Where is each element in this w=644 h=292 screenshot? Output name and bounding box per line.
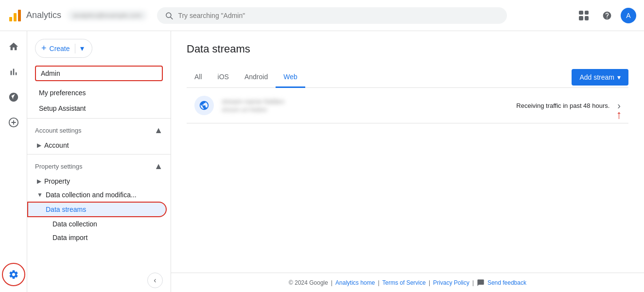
admin-item[interactable]: Admin — [35, 66, 163, 81]
nav-explore-button[interactable] — [2, 86, 25, 109]
create-divider — [75, 44, 75, 53]
footer-copyright: © 2024 Google — [289, 279, 328, 286]
main-content: Data streams All iOS Android Web Add str… — [171, 31, 644, 292]
svg-line-4 — [171, 17, 173, 19]
collapse-arrow-button[interactable]: ‹ — [147, 273, 163, 288]
home-icon — [8, 41, 19, 52]
sidebar-divider-1 — [27, 118, 171, 119]
nav-settings-button[interactable] — [2, 263, 25, 286]
data-collection-tri-icon: ▼ — [37, 191, 43, 198]
feedback-icon — [477, 279, 485, 287]
nav-advertising-button[interactable] — [2, 111, 25, 134]
bar-chart-icon — [8, 67, 19, 77]
svg-rect-2 — [18, 10, 21, 21]
logo-area: Analytics — [8, 8, 61, 23]
search-box[interactable] — [157, 7, 507, 24]
content-area: Data streams All iOS Android Web Add str… — [171, 31, 644, 273]
search-area — [157, 7, 507, 24]
explore-icon — [8, 92, 19, 103]
icon-strip — [0, 31, 27, 292]
footer-separator-2: | — [429, 279, 430, 286]
footer-feedback-link[interactable]: Send feedback — [487, 279, 526, 286]
footer-separator-1: | — [378, 279, 379, 286]
account-settings-section: Account settings ▲ — [27, 120, 171, 138]
add-stream-arrow-icon: ▾ — [617, 73, 621, 81]
sidebar-divider-2 — [27, 154, 171, 155]
account-tri-icon: ▶ — [37, 142, 41, 149]
apps-grid-icon — [579, 11, 589, 20]
create-label: Create — [50, 45, 70, 52]
account-chip[interactable]: analytics@example.com — [67, 10, 147, 21]
topbar: Analytics analytics@example.com A — [0, 0, 644, 31]
property-settings-label: Property settings — [35, 163, 83, 170]
footer-separator-3: | — [472, 279, 474, 286]
property-settings-chevron[interactable]: ▲ — [154, 161, 163, 172]
property-tri-icon: ▶ — [37, 178, 41, 185]
stream-list: stream-name-hidden stream-url-hidden Rec… — [187, 88, 628, 123]
property-settings-section: Property settings ▲ — [27, 156, 171, 174]
stream-info: stream-name-hidden stream-url-hidden — [222, 98, 508, 113]
property-item[interactable]: ▶ Property — [27, 174, 171, 188]
svg-rect-1 — [14, 13, 17, 21]
data-import-item[interactable]: Data import — [27, 231, 167, 244]
help-icon — [602, 11, 612, 20]
advertising-icon — [8, 117, 19, 128]
sidebar: + Create ▾ Admin My preferences Setup As… — [27, 31, 171, 292]
help-button[interactable] — [597, 6, 617, 25]
footer-separator-0: | — [331, 279, 332, 286]
footer-terms-link[interactable]: Terms of Service — [383, 279, 426, 286]
icon-strip-bottom — [2, 263, 25, 292]
page-title: Data streams — [187, 43, 628, 55]
account-item[interactable]: ▶ Account — [27, 138, 171, 152]
create-arrow-icon: ▾ — [80, 44, 84, 53]
search-input[interactable] — [178, 12, 499, 19]
tab-web[interactable]: Web — [276, 67, 305, 88]
footer-privacy-link[interactable]: Privacy Policy — [433, 279, 470, 286]
nav-home-button[interactable] — [2, 35, 25, 58]
my-preferences-item[interactable]: My preferences — [27, 85, 171, 101]
avatar[interactable]: A — [621, 8, 636, 23]
nav-reports-button[interactable] — [2, 60, 25, 84]
data-streams-item[interactable]: Data streams — [27, 202, 167, 217]
account-settings-label: Account settings — [35, 127, 81, 134]
setup-assistant-item[interactable]: Setup Assistant — [27, 101, 171, 116]
tab-android[interactable]: Android — [237, 67, 276, 88]
tabs-left: All iOS Android Web — [187, 67, 305, 87]
topbar-actions: A — [574, 6, 636, 25]
stream-status: Receiving traffic in past 48 hours. — [516, 102, 609, 109]
add-stream-button[interactable]: Add stream ▾ — [572, 69, 628, 86]
search-icon — [165, 11, 173, 20]
main-layout: + Create ▾ Admin My preferences Setup As… — [0, 31, 644, 292]
analytics-logo-icon — [8, 8, 22, 23]
apps-button[interactable] — [574, 6, 593, 25]
account-settings-chevron[interactable]: ▲ — [154, 125, 163, 136]
sidebar-top: + Create ▾ — [27, 31, 171, 62]
sidebar-collapse-area: ‹ — [27, 269, 171, 292]
red-arrow-indicator: ↑ — [616, 108, 622, 121]
stream-globe-icon — [194, 96, 214, 115]
tab-all[interactable]: All — [187, 67, 210, 88]
data-collection-item[interactable]: ▼ Data collection and modifica... — [27, 188, 171, 202]
tabs-bar: All iOS Android Web Add stream ▾ — [187, 67, 628, 88]
create-button[interactable]: + Create ▾ — [35, 39, 92, 58]
stream-url: stream-url-hidden — [222, 106, 508, 113]
app-title: Analytics — [26, 10, 61, 20]
settings-icon — [8, 269, 19, 280]
svg-rect-0 — [9, 17, 12, 21]
stream-row[interactable]: stream-name-hidden stream-url-hidden Rec… — [187, 88, 628, 123]
footer-analytics-home-link[interactable]: Analytics home — [335, 279, 375, 286]
footer: © 2024 Google | Analytics home | Terms o… — [171, 273, 644, 292]
tab-ios[interactable]: iOS — [210, 67, 237, 88]
data-collection-sub-item[interactable]: Data collection — [27, 217, 167, 231]
stream-name: stream-name-hidden — [222, 98, 508, 105]
create-plus-icon: + — [41, 43, 47, 53]
